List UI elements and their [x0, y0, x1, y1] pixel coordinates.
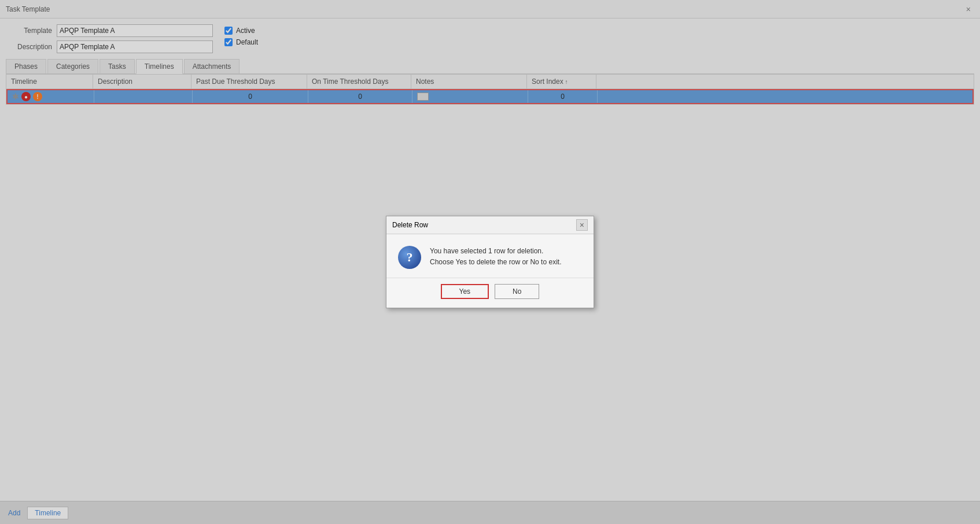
modal-body: ? You have selected 1 row for deletion. … [386, 234, 594, 278]
yes-button[interactable]: Yes [441, 284, 489, 299]
no-button[interactable]: No [495, 284, 539, 299]
delete-row-modal: Delete Row × ? You have selected 1 row f… [386, 216, 594, 308]
question-mark: ? [407, 250, 413, 265]
modal-message: You have selected 1 row for deletion. Ch… [430, 246, 561, 268]
modal-title: Delete Row [392, 221, 428, 229]
modal-title-bar: Delete Row × [386, 216, 594, 234]
modal-message-line1: You have selected 1 row for deletion. [430, 246, 561, 257]
modal-overlay: Delete Row × ? You have selected 1 row f… [0, 0, 980, 524]
question-icon: ? [398, 246, 421, 269]
modal-message-line2: Choose Yes to delete the row or No to ex… [430, 257, 561, 268]
modal-close-button[interactable]: × [576, 219, 588, 231]
modal-footer: Yes No [386, 278, 594, 308]
